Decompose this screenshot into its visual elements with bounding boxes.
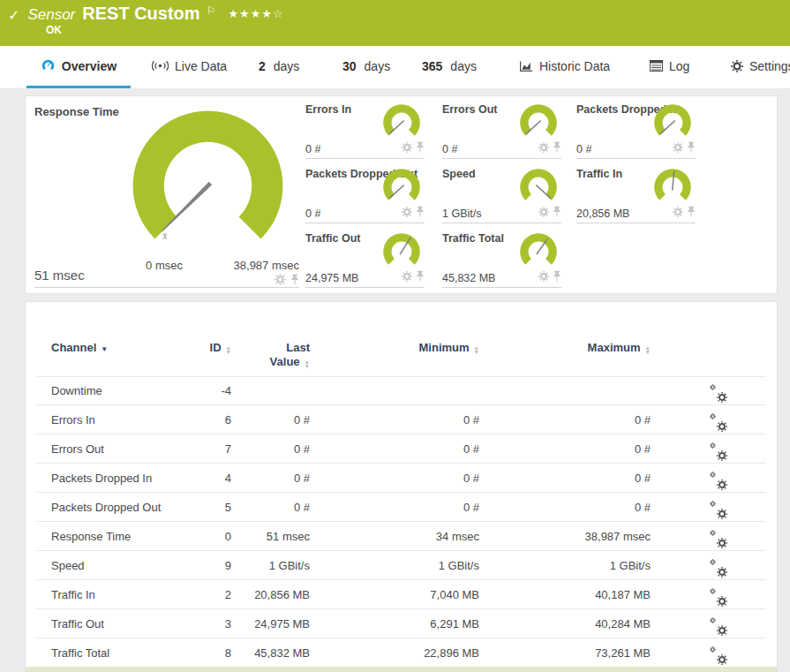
- channel-name: Traffic In: [51, 580, 192, 609]
- channel-last-value: 51 msec: [240, 522, 310, 551]
- gauge-value: 0 #: [305, 208, 320, 220]
- channel-id: 9: [178, 551, 231, 580]
- channel-name: Traffic Out: [51, 609, 192, 638]
- channel-settings-icon[interactable]: [710, 617, 727, 633]
- tab-label: Settings: [749, 59, 790, 73]
- channel-row-speed[interactable]: Speed91 GBit/s1 GBit/s1 GBit/s: [26, 551, 777, 580]
- sensor-name: REST Custom: [82, 4, 199, 24]
- gauge-title: Traffic In: [576, 168, 622, 180]
- column-header-last[interactable]: LastValue▲▼: [240, 341, 310, 369]
- tab-365-days[interactable]: 365days: [422, 46, 477, 88]
- channel-maximum: 0 #: [488, 493, 651, 522]
- channel-id: 6: [178, 405, 231, 434]
- tab-overview[interactable]: Overview: [26, 46, 131, 88]
- channel-name: Packets Dropped In: [51, 464, 192, 493]
- gear-icon[interactable]: [402, 269, 412, 285]
- sort-icon: ▲▼: [305, 359, 310, 368]
- tab-historic-data[interactable]: Historic Data: [519, 46, 610, 88]
- gear-icon[interactable]: [538, 140, 549, 156]
- gauge-title: Errors Out: [442, 103, 498, 116]
- channel-maximum: 40,187 MB: [488, 580, 651, 609]
- channel-row-traffic-in[interactable]: Traffic In220,856 MB7,040 MB40,187 MB: [26, 580, 777, 609]
- flag-icon[interactable]: ⚐: [207, 4, 216, 17]
- gauge-title: Traffic Out: [305, 232, 361, 245]
- gauge-actions: [402, 140, 425, 156]
- gauge-actions: [673, 140, 696, 156]
- channel-name: Errors In: [51, 405, 192, 434]
- gauge-min-label: 0 msec: [129, 259, 199, 272]
- column-header-channel[interactable]: Channel▼: [51, 341, 192, 354]
- channel-settings-icon[interactable]: [710, 501, 727, 517]
- channel-settings-icon[interactable]: [710, 646, 727, 662]
- gauge-actions: [402, 205, 425, 221]
- sensor-title-line: ✓ Sensor REST Custom ⚐ ★★★★☆: [8, 4, 284, 24]
- tab-label: days: [450, 59, 477, 73]
- gauge-cell-errors-out: Errors Out0 #: [442, 103, 561, 159]
- channel-settings-icon[interactable]: [710, 442, 727, 458]
- tab-settings[interactable]: Settings: [731, 46, 790, 88]
- channel-minimum: 22,896 MB: [319, 638, 479, 668]
- tab-live-data[interactable]: Live Data: [152, 46, 227, 88]
- tab-label: Live Data: [175, 59, 227, 73]
- response-time-title: Response Time: [34, 105, 119, 118]
- channel-settings-icon[interactable]: [710, 413, 727, 429]
- tab-label: days: [365, 59, 391, 73]
- channel-row-traffic-out[interactable]: Traffic Out324,975 MB6,291 MB40,284 MB: [26, 609, 777, 638]
- column-header-id[interactable]: ID▲▼: [178, 341, 231, 354]
- gauge-actions: [538, 205, 561, 221]
- channel-id: 7: [178, 434, 231, 464]
- channel-row-response-time[interactable]: Response Time051 msec34 msec38,987 msec: [26, 522, 777, 551]
- channel-settings-icon[interactable]: [710, 588, 727, 604]
- channel-settings-icon[interactable]: [710, 384, 727, 400]
- channel-row-errors-out[interactable]: Errors Out70 #0 #0 #: [26, 434, 777, 464]
- channel-settings-icon[interactable]: [710, 530, 727, 546]
- gauge-cell-packets-dropped-in: Packets Dropped In0 #: [576, 103, 696, 159]
- pin-icon[interactable]: [416, 140, 425, 156]
- star-rating[interactable]: ★★★★☆: [228, 7, 283, 20]
- pin-icon[interactable]: [416, 205, 425, 221]
- gear-icon[interactable]: [673, 205, 683, 221]
- gauge-cell-packets-dropped-out: Packets Dropped Out0 #: [305, 168, 425, 223]
- channel-maximum: 1 GBit/s: [488, 551, 651, 580]
- column-header-min[interactable]: Minimum▲▼: [319, 341, 479, 354]
- gear-icon[interactable]: [402, 205, 412, 221]
- gauges-panel: Response Time x̄ 0 msec 38,987 msec 51 m…: [25, 95, 778, 294]
- channel-name: Packets Dropped Out: [51, 493, 192, 522]
- pin-icon[interactable]: [553, 205, 561, 221]
- channel-row-errors-in[interactable]: Errors In60 #0 #0 #: [26, 405, 777, 434]
- tab-log[interactable]: Log: [650, 46, 689, 88]
- tab-30-days[interactable]: 30days: [342, 46, 390, 88]
- gear-icon[interactable]: [402, 140, 412, 156]
- log-icon: [650, 60, 663, 72]
- pin-icon[interactable]: [553, 140, 561, 156]
- pin-icon[interactable]: [687, 140, 696, 156]
- tab-label: Historic Data: [539, 59, 610, 73]
- tab-2-days[interactable]: 2days: [259, 46, 299, 88]
- tab-number: 2: [259, 59, 266, 73]
- pin-icon[interactable]: [687, 205, 696, 221]
- channel-row-packets-dropped-in[interactable]: Packets Dropped In40 #0 #0 #: [26, 464, 777, 493]
- gear-icon[interactable]: [538, 205, 549, 221]
- pin-icon[interactable]: [416, 269, 425, 285]
- channel-minimum: 6,291 MB: [319, 609, 479, 638]
- channel-settings-icon[interactable]: [710, 472, 727, 487]
- gauge-arc: [133, 111, 283, 239]
- channel-last-value: 0 #: [240, 464, 310, 493]
- channels-panel: Channel▼ID▲▼LastValue▲▼Minimum▲▼Maximum▲…: [25, 301, 778, 672]
- gear-icon[interactable]: [538, 269, 549, 285]
- channel-settings-icon[interactable]: [710, 559, 727, 575]
- status-badge: OK: [46, 24, 62, 36]
- channel-name: Traffic Total: [51, 638, 192, 668]
- channel-row-traffic-total[interactable]: Traffic Total845,832 MB22,896 MB73,261 M…: [26, 638, 777, 668]
- channel-maximum: 38,987 msec: [488, 522, 651, 551]
- gauge-icon: [41, 59, 56, 72]
- channel-row-packets-dropped-out[interactable]: Packets Dropped Out50 #0 #0 #: [26, 493, 777, 522]
- gear-icon[interactable]: [673, 140, 683, 156]
- gauge-cell-traffic-in: Traffic In20,856 MB: [576, 168, 696, 223]
- channel-id: 5: [178, 493, 231, 522]
- column-header-max[interactable]: Maximum▲▼: [488, 341, 651, 354]
- gauge-title: Speed: [442, 168, 476, 180]
- pin-icon[interactable]: [553, 269, 561, 285]
- channel-name: Response Time: [51, 522, 192, 551]
- channel-row-downtime[interactable]: Downtime-4: [26, 376, 777, 405]
